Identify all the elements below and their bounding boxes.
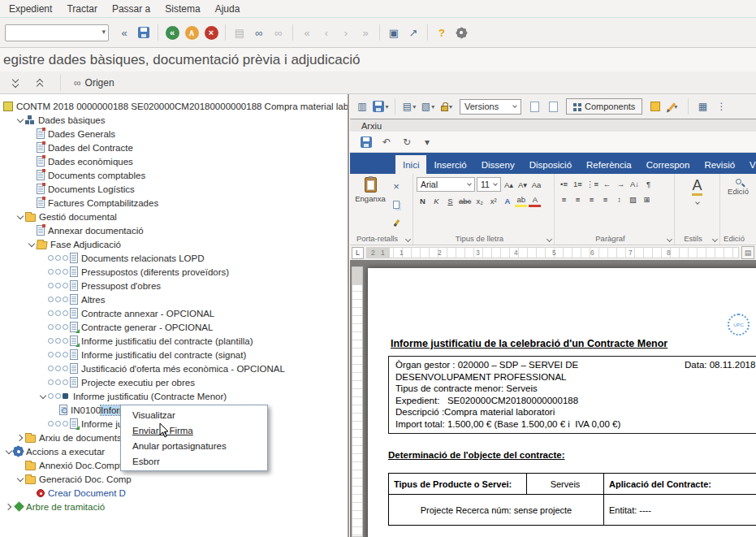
first-page-icon[interactable]: « (298, 24, 316, 41)
bullets-button[interactable]: •≡ (558, 177, 570, 190)
tree-expander-icon[interactable] (16, 212, 23, 219)
ribbon-tab-revisi[interactable]: Revisió (697, 155, 742, 174)
cut-icon[interactable]: × (387, 179, 405, 194)
send-document-icon[interactable]: ▧▾ (420, 98, 436, 115)
ribbon-tab-inici[interactable]: Inici (395, 155, 426, 174)
exit-icon[interactable]: ∧ (183, 24, 201, 41)
tree-item[interactable]: Crear Document D (0, 486, 348, 500)
grid-view-icon[interactable]: ▦ (694, 98, 711, 115)
tree-item[interactable]: Contracte annexar - OPCIONAL (0, 306, 348, 320)
styles-icon[interactable]: A (692, 177, 702, 196)
customize-icon[interactable] (452, 24, 470, 41)
word-file-tab[interactable]: Arxiu (350, 119, 756, 132)
subscript-button[interactable]: x₂ (473, 194, 486, 207)
tree-item[interactable]: Annexar documentació (0, 223, 348, 237)
components-button[interactable]: Components (566, 98, 642, 115)
tree-expander-icon[interactable] (28, 240, 34, 246)
pilcrow-button[interactable]: ¶ (642, 177, 654, 190)
numbering-button[interactable]: 1≡ (572, 177, 584, 190)
menu-item-ajuda[interactable]: Ajuda (208, 2, 248, 16)
context-menu-item-esborr[interactable]: Esborr (121, 453, 267, 469)
qat-save-icon[interactable] (360, 135, 373, 149)
underline-button[interactable]: S (444, 194, 456, 207)
menu-item-tractar[interactable]: Tractar (59, 2, 105, 16)
ribbon-tab-correspon[interactable]: Correspon (639, 155, 698, 174)
tree-item[interactable]: Justificació d'oferta més econòmica - OP… (0, 362, 348, 375)
tree-item[interactable]: Dades del Contracte (0, 141, 348, 154)
collapse-all-icon[interactable] (32, 80, 47, 86)
new-session-icon[interactable]: ▣ (385, 24, 403, 41)
find-next-icon[interactable]: ∞ (270, 24, 287, 41)
bold-button[interactable]: N (417, 194, 429, 207)
document-info-icon[interactable] (545, 98, 561, 115)
last-page-icon[interactable]: » (356, 24, 374, 41)
command-field-dropdown-icon[interactable]: ▾ (102, 28, 106, 36)
tree-expander-icon[interactable] (4, 503, 11, 509)
tree-item[interactable]: Gestió documental (0, 210, 348, 223)
document-page[interactable]: UPC Informe justificatiu de la celebraci… (368, 268, 756, 537)
back-icon[interactable]: « (163, 24, 181, 41)
clipboard-launcher-icon[interactable] (405, 236, 411, 242)
tree-item[interactable]: Generació Doc. Comp (0, 472, 348, 486)
tree-item[interactable]: Informe justificatiu (Contracte Menor) (0, 389, 348, 403)
font-color-button[interactable]: A (529, 194, 541, 207)
save-icon[interactable] (135, 24, 153, 41)
menu-item-sistema[interactable]: Sistema (158, 2, 207, 16)
strikethrough-button[interactable]: abc (458, 194, 472, 207)
tree-item[interactable]: Dades bàsiques (0, 113, 348, 127)
tree-item[interactable]: Dades econòmiques (0, 154, 348, 168)
find-icon[interactable]: ∞ (250, 24, 268, 41)
outdent-button[interactable]: ← (601, 177, 613, 190)
print-preview-icon[interactable]: ▥ (354, 98, 370, 115)
align-center-button[interactable]: ≡ (572, 193, 584, 206)
paragraph-launcher-icon[interactable] (667, 236, 672, 242)
tree-item[interactable]: Altres (0, 292, 348, 306)
command-field[interactable]: ▾ (5, 24, 109, 41)
redo-icon[interactable]: ↻ (400, 135, 413, 149)
tree-item[interactable]: Informe justificatiu del contracte (plan… (0, 334, 348, 348)
cancel-icon[interactable]: × (202, 24, 220, 41)
tree-expander-icon[interactable] (5, 447, 11, 453)
ribbon-tab-refer-ncia[interactable]: Referència (579, 155, 639, 174)
print-icon[interactable]: ▤ (231, 24, 248, 41)
tree-expander-icon[interactable] (39, 392, 45, 398)
more-options-icon[interactable]: ⋮ (713, 98, 729, 115)
create-shortcut-icon[interactable]: ↗ (404, 24, 422, 41)
tree-item[interactable]: Factures Comptabilitzades (0, 196, 348, 210)
save-document-icon[interactable]: ▾ (373, 98, 389, 115)
tree-item[interactable]: Projecte executiu per obres (0, 375, 348, 389)
superscript-button[interactable]: x² (487, 194, 499, 207)
tree-item[interactable]: Documents comptables (0, 168, 348, 182)
ruler-toggle-icon[interactable]: ▤ (741, 246, 754, 259)
highlight-color-button[interactable]: ab (515, 194, 527, 207)
menu-item-expedient[interactable]: Expedient (2, 2, 59, 16)
justify-button[interactable]: ≡ (599, 193, 611, 206)
tree-item[interactable]: Fase Adjudicació (0, 237, 348, 251)
styles-launcher-icon[interactable] (712, 236, 718, 242)
font-launcher-icon[interactable] (546, 236, 552, 242)
expand-all-icon[interactable] (8, 79, 23, 87)
origen-button[interactable]: ∞ Origen (74, 77, 114, 89)
tree-expander-icon[interactable] (16, 115, 23, 122)
versions-select[interactable]: Versions (460, 99, 521, 115)
highlight-icon[interactable] (647, 98, 663, 115)
paste-button[interactable]: Enganxa (353, 177, 387, 231)
tree-item[interactable]: Informe justificatiu del contracte (sign… (0, 348, 348, 362)
tree-item[interactable]: Pressupost d'obres (0, 279, 348, 292)
sort-button[interactable]: A↓ (629, 177, 641, 190)
ribbon-tab-visualitzac[interactable]: Visualitzac (742, 155, 756, 174)
context-menu-item-visualitzar[interactable]: Visualitzar (121, 407, 267, 422)
multilevel-list-button[interactable]: ⋮≡ (585, 177, 599, 190)
align-left-button[interactable]: ≡ (558, 193, 570, 206)
change-case-button[interactable]: Aa (530, 178, 542, 191)
text-effects-button[interactable]: A (501, 194, 513, 207)
qat-customize-icon[interactable]: ▾ (421, 135, 434, 149)
shrink-font-button[interactable]: A▾ (516, 178, 529, 191)
tab-selector[interactable]: L (352, 247, 364, 259)
undo-icon[interactable]: ↶ (380, 135, 393, 149)
font-name-select[interactable]: Arial (417, 177, 475, 192)
tree-expander-icon[interactable] (15, 434, 22, 440)
edit-mode-icon[interactable]: ▾ (666, 98, 682, 115)
indent-button[interactable]: → (615, 177, 627, 190)
copy-icon[interactable] (387, 197, 405, 212)
